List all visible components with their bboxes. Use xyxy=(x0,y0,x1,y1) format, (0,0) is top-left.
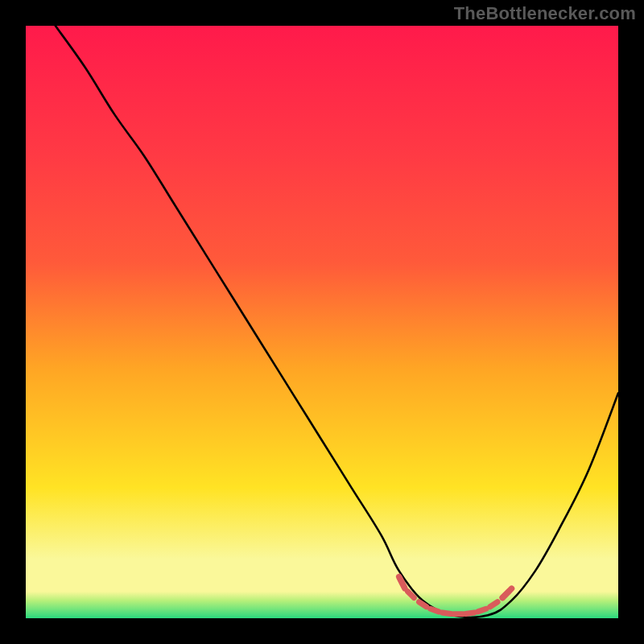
plot-area xyxy=(26,26,618,618)
watermark-text: TheBottlenecker.com xyxy=(454,3,636,24)
chart-svg xyxy=(26,26,618,618)
highlight-dash xyxy=(478,609,486,612)
highlight-dash xyxy=(442,613,451,614)
highlight-dash xyxy=(466,613,475,614)
chart-frame: TheBottlenecker.com xyxy=(0,0,644,644)
highlight-dash xyxy=(431,609,439,612)
